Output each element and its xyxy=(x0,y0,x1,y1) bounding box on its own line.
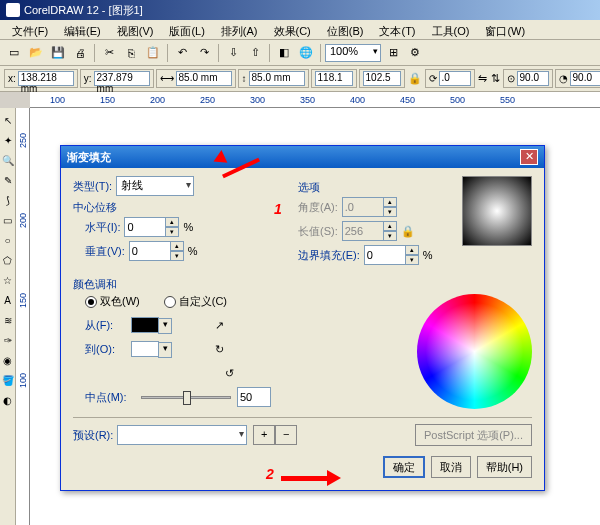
rectangle-tool-icon[interactable]: ▭ xyxy=(1,211,15,229)
steps-lock-icon[interactable]: 🔒 xyxy=(400,222,416,240)
import-icon[interactable]: ⇩ xyxy=(223,43,243,63)
menu-view[interactable]: 视图(V) xyxy=(109,22,162,37)
mirror-h-icon[interactable]: ⇋ xyxy=(477,69,488,89)
zoom-combo[interactable]: 100% xyxy=(325,44,381,62)
r4-value[interactable]: 90.0 xyxy=(570,71,600,86)
smart-draw-tool-icon[interactable]: ⟆ xyxy=(1,191,15,209)
vert-label: 垂直(V): xyxy=(85,244,125,259)
polygon-tool-icon[interactable]: ⬠ xyxy=(1,251,15,269)
menu-window[interactable]: 窗口(W) xyxy=(477,22,533,37)
mirror-v-icon[interactable]: ⇅ xyxy=(490,69,501,89)
toolbar-standard: ▭ 📂 💾 🖨 ✂ ⎘ 📋 ↶ ↷ ⇩ ⇧ ◧ 🌐 100% ⊞ ⚙ xyxy=(0,40,600,66)
path-cw-icon[interactable]: ↻ xyxy=(209,339,229,359)
interactive-fill-tool-icon[interactable]: ◐ xyxy=(1,391,15,409)
ellipse-tool-icon[interactable]: ○ xyxy=(1,231,15,249)
menu-effect[interactable]: 效果(C) xyxy=(266,22,319,37)
edge-spinner[interactable]: ▴▾ xyxy=(405,245,419,265)
open-icon[interactable]: 📂 xyxy=(26,43,46,63)
angle-input xyxy=(342,197,384,217)
menu-bitmap[interactable]: 位图(B) xyxy=(319,22,372,37)
to-color-picker[interactable] xyxy=(131,341,159,357)
text-tool-icon[interactable]: A xyxy=(1,291,15,309)
blend-tool-icon[interactable]: ≋ xyxy=(1,311,15,329)
export-icon[interactable]: ⇧ xyxy=(245,43,265,63)
path-ccw-icon[interactable]: ↺ xyxy=(219,363,239,383)
edge-input[interactable] xyxy=(364,245,406,265)
save-icon[interactable]: 💾 xyxy=(48,43,68,63)
menu-tools[interactable]: 工具(O) xyxy=(424,22,478,37)
pct-label: % xyxy=(183,221,193,233)
preset-combo[interactable] xyxy=(117,425,247,445)
menu-text[interactable]: 文本(T) xyxy=(371,22,423,37)
app-titlebar: CorelDRAW 12 - [图形1] xyxy=(0,0,600,20)
sy-value[interactable]: 102.5 xyxy=(363,71,401,86)
corel-online-icon[interactable]: 🌐 xyxy=(296,43,316,63)
menu-layout[interactable]: 版面(L) xyxy=(161,22,212,37)
menu-arrange[interactable]: 排列(A) xyxy=(213,22,266,37)
two-color-label: 双色(W) xyxy=(100,294,140,309)
vert-input[interactable] xyxy=(129,241,171,261)
two-color-radio[interactable] xyxy=(85,296,97,308)
fill-tool-icon[interactable]: 🪣 xyxy=(1,371,15,389)
snap-icon[interactable]: ⊞ xyxy=(383,43,403,63)
from-color-picker[interactable] xyxy=(131,317,159,333)
dialog-titlebar[interactable]: 渐变填充 ✕ xyxy=(61,146,544,168)
vert-spinner[interactable]: ▴▾ xyxy=(170,241,184,261)
basic-shapes-tool-icon[interactable]: ☆ xyxy=(1,271,15,289)
cancel-button[interactable]: 取消 xyxy=(431,456,471,478)
ruler-horizontal: 100 150 200 250 300 350 400 450 500 550 xyxy=(30,92,600,108)
lock-ratio-icon[interactable]: 🔒 xyxy=(407,69,423,89)
blend-title: 颜色调和 xyxy=(73,277,532,292)
app-launcher-icon[interactable]: ◧ xyxy=(274,43,294,63)
menubar: 文件(F) 编辑(E) 视图(V) 版面(L) 排列(A) 效果(C) 位图(B… xyxy=(0,20,600,40)
y-label: y: xyxy=(84,73,92,84)
redo-icon[interactable]: ↷ xyxy=(194,43,214,63)
undo-icon[interactable]: ↶ xyxy=(172,43,192,63)
color-wheel[interactable] xyxy=(417,294,532,409)
copy-icon[interactable]: ⎘ xyxy=(121,43,141,63)
dialog-title-text: 渐变填充 xyxy=(67,150,520,165)
close-icon[interactable]: ✕ xyxy=(520,149,538,165)
preset-remove-button[interactable]: − xyxy=(275,425,297,445)
h-value[interactable]: 85.0 mm xyxy=(249,71,305,86)
preset-label: 预设(R): xyxy=(73,428,113,443)
horiz-input[interactable] xyxy=(124,217,166,237)
zoom-tool-icon[interactable]: 🔍 xyxy=(1,151,15,169)
mid-label: 中点(M): xyxy=(85,390,137,405)
freehand-tool-icon[interactable]: ✎ xyxy=(1,171,15,189)
outline-tool-icon[interactable]: ◉ xyxy=(1,351,15,369)
pick-tool-icon[interactable]: ↖ xyxy=(1,111,15,129)
menu-edit[interactable]: 编辑(E) xyxy=(56,22,109,37)
path-direct-icon[interactable]: ↗ xyxy=(209,315,229,335)
menu-file[interactable]: 文件(F) xyxy=(4,22,56,37)
postscript-button: PostScript 选项(P)... xyxy=(415,424,532,446)
app-icon xyxy=(6,3,20,17)
options-title: 选项 xyxy=(298,180,448,195)
horiz-spinner[interactable]: ▴▾ xyxy=(165,217,179,237)
preset-add-button[interactable]: + xyxy=(253,425,275,445)
pct-label-3: % xyxy=(423,249,433,261)
midpoint-slider[interactable] xyxy=(141,388,231,406)
paste-icon[interactable]: 📋 xyxy=(143,43,163,63)
w-value[interactable]: 85.0 mm xyxy=(176,71,232,86)
rot-value[interactable]: .0 xyxy=(439,71,471,86)
shape-tool-icon[interactable]: ✦ xyxy=(1,131,15,149)
eyedropper-tool-icon[interactable]: ✑ xyxy=(1,331,15,349)
type-combo[interactable]: 射线 xyxy=(116,176,194,196)
new-icon[interactable]: ▭ xyxy=(4,43,24,63)
from-label: 从(F): xyxy=(85,318,127,333)
r3-value[interactable]: 90.0 xyxy=(517,71,549,86)
horiz-label: 水平(I): xyxy=(85,220,120,235)
mid-input[interactable] xyxy=(237,387,271,407)
r4-icon: ◔ xyxy=(559,73,568,84)
custom-radio[interactable] xyxy=(164,296,176,308)
print-icon[interactable]: 🖨 xyxy=(70,43,90,63)
help-button[interactable]: 帮助(H) xyxy=(477,456,532,478)
cut-icon[interactable]: ✂ xyxy=(99,43,119,63)
ok-button[interactable]: 确定 xyxy=(383,456,425,478)
r3-icon: ⊙ xyxy=(507,73,515,84)
options-icon[interactable]: ⚙ xyxy=(405,43,425,63)
y-value[interactable]: 237.879 mm xyxy=(94,71,150,86)
x-value[interactable]: 138.218 mm xyxy=(18,71,74,86)
sx-value[interactable]: 118.1 xyxy=(315,71,353,86)
